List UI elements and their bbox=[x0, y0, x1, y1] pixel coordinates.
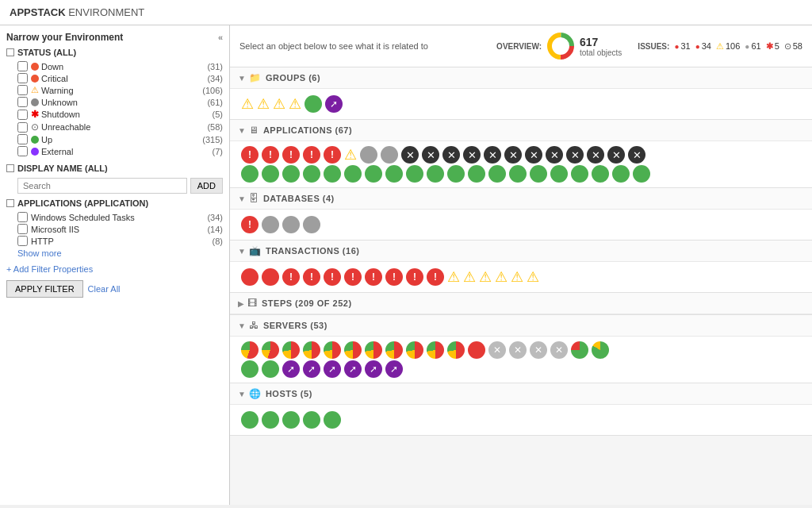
srv-g-2[interactable] bbox=[262, 360, 279, 378]
tr-red-2[interactable] bbox=[262, 268, 279, 286]
warn-2[interactable]: ⚠ bbox=[257, 95, 270, 113]
app-x-5[interactable]: ✕ bbox=[484, 146, 501, 164]
app-x-7[interactable]: ✕ bbox=[525, 146, 542, 164]
srv-pie-7[interactable] bbox=[365, 341, 382, 359]
srv-pa-3[interactable]: ➚ bbox=[324, 360, 341, 378]
app-g-17[interactable] bbox=[571, 165, 588, 183]
app-x-2[interactable]: ✕ bbox=[422, 146, 439, 164]
tr-exclaim-2[interactable]: ! bbox=[303, 268, 320, 286]
srv-pie-10[interactable] bbox=[427, 341, 444, 359]
transactions-header[interactable]: ▼ 📺 TRANSACTIONS (16) bbox=[230, 241, 812, 262]
app-g-6[interactable] bbox=[344, 165, 362, 183]
search-input[interactable] bbox=[17, 178, 187, 194]
app-x-12[interactable]: ✕ bbox=[628, 146, 645, 164]
tr-exclaim-7[interactable]: ! bbox=[406, 268, 423, 286]
app-exclaim-1[interactable]: ! bbox=[282, 146, 300, 164]
green-1[interactable] bbox=[304, 95, 322, 113]
app-x-6[interactable]: ✕ bbox=[504, 146, 522, 164]
tr-warn-1[interactable]: ⚠ bbox=[447, 268, 460, 286]
applications-header[interactable]: ▼ 🖥 APPLICATIONS (67) bbox=[230, 120, 812, 141]
srv-gx-4[interactable]: ✕ bbox=[550, 341, 568, 359]
groups-header[interactable]: ▼ 📁 GROUPS (6) bbox=[230, 67, 812, 89]
tr-warn-4[interactable]: ⚠ bbox=[495, 268, 508, 286]
srv-pa-4[interactable]: ➚ bbox=[344, 360, 362, 378]
db-gray-1[interactable] bbox=[262, 216, 279, 233]
app-g-9[interactable] bbox=[406, 165, 423, 183]
app-x-1[interactable]: ✕ bbox=[401, 146, 419, 164]
tr-warn-6[interactable]: ⚠ bbox=[527, 268, 539, 286]
host-g-2[interactable] bbox=[262, 411, 279, 429]
app-g-11[interactable] bbox=[447, 165, 465, 183]
srv-gx-1[interactable]: ✕ bbox=[488, 341, 506, 359]
app-g-3[interactable] bbox=[282, 165, 300, 183]
app-exclaim-3[interactable]: ! bbox=[324, 146, 341, 164]
srv-pie-1[interactable] bbox=[241, 341, 259, 359]
srv-pa-5[interactable]: ➚ bbox=[365, 360, 382, 378]
srv-pie-g-1[interactable] bbox=[571, 341, 588, 359]
srv-pa-6[interactable]: ➚ bbox=[385, 360, 403, 378]
warn-3[interactable]: ⚠ bbox=[273, 95, 285, 113]
host-g-4[interactable] bbox=[303, 411, 320, 429]
host-g-3[interactable] bbox=[282, 411, 300, 429]
app-g-1[interactable] bbox=[241, 165, 259, 183]
tr-exclaim-3[interactable]: ! bbox=[324, 268, 341, 286]
tr-exclaim-6[interactable]: ! bbox=[385, 268, 403, 286]
add-button[interactable]: ADD bbox=[190, 178, 223, 194]
tr-red-1[interactable] bbox=[241, 268, 259, 286]
checkbox-external[interactable] bbox=[17, 146, 28, 156]
host-g-1[interactable] bbox=[241, 411, 259, 429]
srv-pie-g-2[interactable] bbox=[592, 341, 609, 359]
checkbox-critical[interactable] bbox=[17, 73, 28, 83]
app-exclaim-2[interactable]: ! bbox=[303, 146, 320, 164]
apps-expand[interactable] bbox=[6, 199, 14, 207]
srv-pie-6[interactable] bbox=[344, 341, 362, 359]
app-g-5[interactable] bbox=[324, 165, 341, 183]
checkbox-unreachable[interactable] bbox=[17, 122, 28, 133]
app-g-10[interactable] bbox=[427, 165, 444, 183]
app-x-9[interactable]: ✕ bbox=[566, 146, 584, 164]
add-filter-link[interactable]: + Add Filter Properties bbox=[6, 264, 223, 274]
collapse-btn[interactable]: « bbox=[218, 33, 223, 42]
app-gray-1[interactable] bbox=[360, 146, 377, 164]
srv-pa-2[interactable]: ➚ bbox=[303, 360, 320, 378]
srv-pie-9[interactable] bbox=[406, 341, 423, 359]
tr-exclaim-5[interactable]: ! bbox=[365, 268, 382, 286]
checkbox-unknown[interactable] bbox=[17, 97, 28, 107]
app-g-18[interactable] bbox=[592, 165, 609, 183]
status-expand-icon[interactable] bbox=[6, 48, 14, 56]
app-red-1[interactable]: ! bbox=[241, 146, 259, 164]
srv-gx-2[interactable]: ✕ bbox=[509, 341, 527, 359]
srv-pie-4[interactable] bbox=[303, 341, 320, 359]
checkbox-http[interactable] bbox=[17, 236, 28, 246]
srv-red-1[interactable] bbox=[468, 341, 485, 359]
displayname-expand[interactable] bbox=[6, 164, 14, 172]
db-gray-3[interactable] bbox=[303, 216, 320, 233]
hosts-header[interactable]: ▼ 🌐 HOSTS (5) bbox=[230, 383, 812, 405]
app-g-4[interactable] bbox=[303, 165, 320, 183]
app-x-4[interactable]: ✕ bbox=[463, 146, 481, 164]
tr-warn-5[interactable]: ⚠ bbox=[511, 268, 523, 286]
srv-pie-2[interactable] bbox=[262, 341, 279, 359]
warn-1[interactable]: ⚠ bbox=[241, 95, 254, 113]
db-exclaim-1[interactable]: ! bbox=[241, 216, 259, 233]
checkbox-iis[interactable] bbox=[17, 224, 28, 234]
clear-all-btn[interactable]: Clear All bbox=[88, 284, 121, 294]
checkbox-wst[interactable] bbox=[17, 212, 28, 222]
app-gray-2[interactable] bbox=[381, 146, 398, 164]
warn-4[interactable]: ⚠ bbox=[289, 95, 301, 113]
tr-exclaim-1[interactable]: ! bbox=[282, 268, 300, 286]
checkbox-shutdown[interactable] bbox=[17, 110, 28, 120]
show-more-link[interactable]: Show more bbox=[6, 248, 223, 258]
app-g-19[interactable] bbox=[612, 165, 630, 183]
tr-warn-2[interactable]: ⚠ bbox=[463, 268, 476, 286]
app-x-3[interactable]: ✕ bbox=[442, 146, 460, 164]
app-g-16[interactable] bbox=[550, 165, 568, 183]
app-g-20[interactable] bbox=[633, 165, 650, 183]
apply-filter-btn[interactable]: APPLY FILTER bbox=[6, 280, 83, 298]
app-g-8[interactable] bbox=[385, 165, 403, 183]
app-x-8[interactable]: ✕ bbox=[546, 146, 563, 164]
tr-warn-3[interactable]: ⚠ bbox=[479, 268, 492, 286]
app-warn-1[interactable]: ⚠ bbox=[344, 146, 357, 164]
app-g-15[interactable] bbox=[530, 165, 547, 183]
srv-pie-3[interactable] bbox=[282, 341, 300, 359]
